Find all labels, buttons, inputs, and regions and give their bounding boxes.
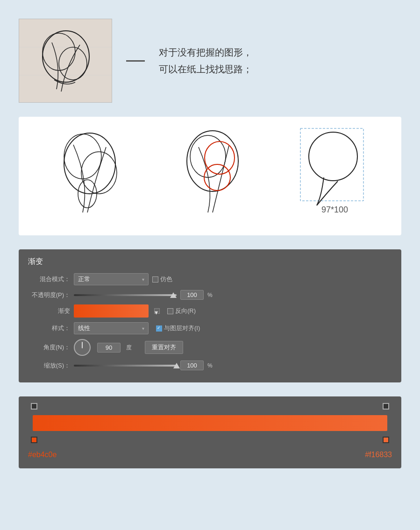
align-layer-checkbox[interactable] [156, 325, 162, 332]
dither-checkbox[interactable] [152, 276, 158, 283]
diagram-item-3: 97*100 [298, 126, 368, 221]
sketch-image [19, 19, 112, 103]
gradient-bar-section: #eb4c0e #f16833 [19, 396, 401, 468]
style-value: 线性 [78, 324, 90, 332]
angle-input[interactable] [97, 343, 121, 353]
dither-label: 仿色 [160, 275, 172, 283]
angle-dial[interactable] [74, 339, 91, 356]
diagram-canvas-1 [52, 126, 136, 221]
opacity-unit: % [207, 292, 213, 298]
reset-button[interactable]: 重置对齐 [145, 341, 183, 354]
scale-label: 缩放(S)： [28, 361, 70, 370]
divider [126, 60, 145, 62]
scale-input[interactable] [180, 360, 204, 370]
blend-mode-arrow: ▾ [142, 277, 144, 282]
sketch-description: 对于没有把握的图形， 可以在纸上找找思路； [159, 44, 252, 78]
angle-label: 角度(N)： [28, 343, 70, 352]
size-label: 97*100 [321, 205, 348, 214]
gradient-panel: 渐变 混合模式： 正常 ▾ 仿色 不透明度(P)： % 渐变 ▾ 反向(R) 样… [19, 249, 401, 382]
sketch-text-line2: 可以在纸上找找思路； [159, 61, 252, 78]
opacity-label: 不透明度(P)： [28, 291, 70, 299]
diagram-canvas-3: 97*100 [298, 126, 368, 221]
svg-point-9 [187, 131, 238, 191]
blend-mode-value: 正常 [78, 275, 90, 283]
diagram-item-1 [52, 126, 136, 221]
angle-row: 角度(N)： 度 重置对齐 [28, 339, 392, 356]
stop-top-left[interactable] [31, 403, 37, 410]
diagram-section: 97*100 [19, 117, 401, 235]
align-layer-label: 与图层对齐(I) [164, 324, 200, 332]
gradient-swatch[interactable] [74, 304, 149, 318]
stop-top-right[interactable] [383, 403, 389, 410]
style-row: 样式： 线性 ▾ 与图层对齐(I) [28, 322, 392, 334]
svg-point-14 [309, 132, 357, 181]
sketch-text-line1: 对于没有把握的图形， [159, 44, 252, 61]
reverse-checkbox[interactable] [167, 308, 173, 314]
blend-mode-label: 混合模式： [28, 275, 70, 283]
dither-group: 仿色 [152, 275, 172, 283]
gradient-row: 渐变 ▾ 反向(R) [28, 304, 392, 318]
gradient-select-arrow-box: ▾ [154, 308, 160, 314]
opacity-row: 不透明度(P)： % [28, 290, 392, 300]
gradient-bar-container: #eb4c0e #f16833 [28, 403, 392, 459]
gradient-label: 渐变 [28, 307, 70, 315]
align-layer-group: 与图层对齐(I) [156, 324, 200, 332]
reverse-group: 反向(R) [167, 307, 196, 315]
blend-mode-select[interactable]: 正常 ▾ [74, 273, 149, 285]
svg-point-2 [43, 31, 89, 82]
style-arrow: ▾ [142, 326, 144, 331]
panel-title: 渐变 [28, 257, 392, 267]
right-color-label: #f16833 [365, 451, 392, 459]
style-select[interactable]: 线性 ▾ [74, 322, 149, 334]
sketch-section: 对于没有把握的图形， 可以在纸上找找思路； [19, 19, 401, 103]
diagram-canvas-2 [175, 126, 259, 221]
angle-unit: 度 [126, 344, 132, 352]
color-labels: #eb4c0e #f16833 [28, 451, 392, 459]
stop-bottom-right[interactable] [383, 437, 389, 443]
stop-bottom-left[interactable] [31, 437, 37, 443]
svg-point-7 [81, 152, 117, 194]
blend-mode-row: 混合模式： 正常 ▾ 仿色 [28, 273, 392, 285]
reverse-label: 反向(R) [175, 307, 196, 315]
style-label: 样式： [28, 324, 70, 332]
scale-unit: % [207, 362, 213, 369]
svg-point-11 [205, 141, 235, 174]
diagram-item-2 [175, 126, 259, 221]
svg-point-5 [64, 133, 115, 194]
gradient-bar[interactable] [33, 415, 387, 431]
left-color-label: #eb4c0e [28, 451, 57, 459]
scale-row: 缩放(S)： % [28, 360, 392, 370]
opacity-thumb [170, 292, 177, 298]
svg-point-4 [59, 47, 87, 80]
opacity-slider[interactable] [74, 294, 177, 296]
scale-slider[interactable] [74, 365, 177, 367]
opacity-input[interactable] [180, 290, 204, 300]
scale-thumb [173, 363, 180, 368]
